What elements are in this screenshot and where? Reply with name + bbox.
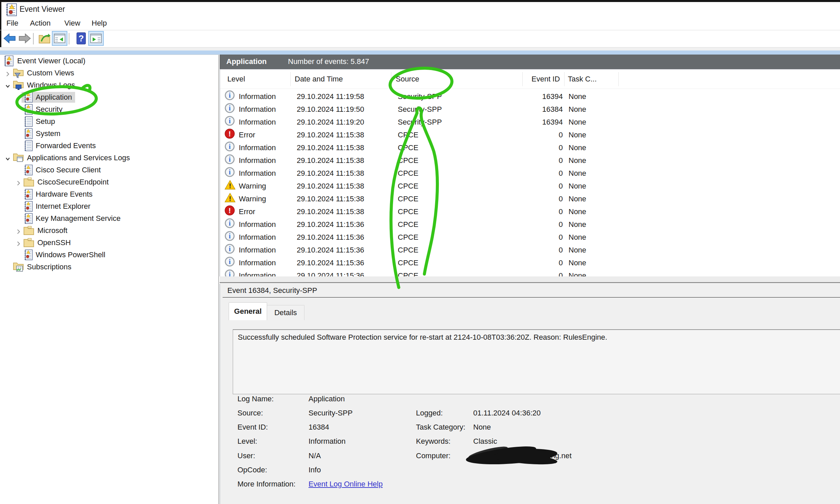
tree-item-internet-explorer[interactable]: Internet Explorer bbox=[0, 201, 218, 213]
event-task-category: None bbox=[569, 116, 586, 129]
menu-help[interactable]: Help bbox=[92, 18, 107, 28]
event-datetime: 29.10.2024 11:19:20 bbox=[297, 116, 364, 129]
tree-entry: Event Viewer (Local) bbox=[1, 56, 89, 66]
event-row[interactable]: iInformation29.10.2024 11:15:36CPCE0None bbox=[220, 244, 840, 256]
event-row[interactable]: iInformation29.10.2024 11:15:36CPCE0None bbox=[220, 256, 840, 269]
column-separator[interactable] bbox=[522, 72, 523, 86]
column-header-source[interactable]: Source bbox=[396, 69, 419, 89]
event-row[interactable]: iInformation29.10.2024 11:15:36CPCE0None bbox=[220, 269, 840, 277]
column-separator[interactable] bbox=[564, 72, 565, 86]
tree-item-applications-and-services-logs[interactable]: Applications and Services Logs bbox=[0, 152, 218, 164]
header-underline bbox=[220, 89, 840, 89]
show-hide-action-pane-button[interactable] bbox=[88, 31, 104, 46]
event-row[interactable]: !Error29.10.2024 11:15:38CPCE0None bbox=[220, 205, 840, 218]
svg-text:?: ? bbox=[78, 33, 84, 43]
event-row[interactable]: !Warning29.10.2024 11:15:38CPCE0None bbox=[220, 193, 840, 205]
tree-item-subscriptions[interactable]: Subscriptions bbox=[0, 261, 218, 273]
info-icon: i bbox=[225, 269, 235, 277]
open-saved-log-button[interactable] bbox=[37, 31, 53, 46]
tree-item-cisco-secure-client[interactable]: Cisco Secure Client bbox=[0, 164, 218, 176]
chevron-right-icon[interactable] bbox=[16, 228, 21, 234]
tree-item-microsoft[interactable]: Microsoft bbox=[0, 225, 218, 237]
column-header-level[interactable]: Level bbox=[227, 69, 245, 89]
log-summary-bar: Application Number of events: 5.847 bbox=[220, 55, 840, 69]
tree-item-forwarded-events[interactable]: Forwarded Events bbox=[0, 140, 218, 152]
tree-item-setup[interactable]: Setup bbox=[0, 116, 218, 128]
tab-general[interactable]: General bbox=[229, 302, 267, 320]
column-separator[interactable] bbox=[290, 72, 291, 86]
event-id: 0 bbox=[496, 205, 563, 218]
chevron-right-icon[interactable] bbox=[5, 70, 11, 76]
event-source: CPCE bbox=[398, 193, 418, 205]
forward-button[interactable] bbox=[17, 31, 32, 46]
chevron-down-icon[interactable] bbox=[5, 155, 11, 161]
chevron-right-icon[interactable] bbox=[16, 179, 21, 185]
event-id: 0 bbox=[496, 218, 563, 231]
column-separator[interactable] bbox=[619, 72, 619, 86]
event-row[interactable]: iInformation29.10.2024 11:15:36CPCE0None bbox=[220, 231, 840, 244]
folder-import-icon bbox=[38, 33, 51, 44]
chevron-right-icon[interactable] bbox=[16, 240, 21, 246]
tree-item-openssh[interactable]: OpenSSH bbox=[0, 237, 218, 249]
menu-action[interactable]: Action bbox=[30, 18, 51, 28]
event-log-online-help-link[interactable]: Event Log Online Help bbox=[308, 479, 382, 489]
field-label: Computer: bbox=[416, 451, 451, 461]
tree-item-key-management-service[interactable]: Key Management Service bbox=[0, 213, 218, 225]
tree-item-label: Hardware Events bbox=[36, 190, 93, 199]
event-description-box[interactable]: Successfully scheduled Software Protecti… bbox=[233, 329, 840, 394]
column-header-task-c-[interactable]: Task C... bbox=[568, 69, 597, 89]
tree-entry: CiscoSecureEndpoint bbox=[21, 177, 112, 187]
tree-item-windows-powershell[interactable]: Windows PowerShell bbox=[0, 249, 218, 261]
tree-item-event-viewer-local-[interactable]: Event Viewer (Local) bbox=[0, 55, 218, 67]
tree-entry: Cisco Secure Client bbox=[21, 165, 104, 175]
event-datetime: 29.10.2024 11:15:36 bbox=[297, 244, 364, 256]
info-icon: i bbox=[225, 116, 235, 126]
column-header-date-and-time[interactable]: Date and Time bbox=[295, 69, 343, 89]
event-row[interactable]: iInformation29.10.2024 11:15:38CPCE0None bbox=[220, 167, 840, 180]
event-task-category: None bbox=[569, 244, 586, 256]
event-datetime: 29.10.2024 11:15:38 bbox=[297, 193, 364, 205]
event-row[interactable]: iInformation29.10.2024 11:15:38CPCE0None bbox=[220, 141, 840, 154]
tree-item-hardware-events[interactable]: Hardware Events bbox=[0, 188, 218, 201]
event-id: 0 bbox=[496, 167, 563, 180]
column-separator[interactable] bbox=[391, 72, 391, 86]
tree-item-ciscosecureendpoint[interactable]: CiscoSecureEndpoint bbox=[0, 176, 218, 188]
event-row[interactable]: iInformation29.10.2024 11:19:58Security-… bbox=[220, 90, 840, 103]
chevron-down-icon[interactable] bbox=[5, 83, 11, 89]
log-icon bbox=[23, 165, 33, 175]
tab-details[interactable]: Details bbox=[267, 305, 304, 320]
horizontal-splitter[interactable] bbox=[220, 276, 840, 284]
back-button[interactable] bbox=[2, 31, 18, 46]
tree-entry: Key Management Service bbox=[21, 213, 124, 224]
event-row[interactable]: iInformation29.10.2024 11:19:50Security-… bbox=[220, 103, 840, 116]
chevron-down-icon bbox=[5, 83, 11, 89]
tree-item-system[interactable]: System bbox=[0, 128, 218, 140]
info-icon: i bbox=[225, 90, 235, 100]
event-source: CPCE bbox=[398, 256, 418, 269]
tree-item-security[interactable]: Security bbox=[0, 104, 218, 116]
menu-file[interactable]: File bbox=[6, 18, 18, 28]
menu-view[interactable]: View bbox=[64, 18, 80, 28]
tree-item-application[interactable]: Application bbox=[0, 92, 218, 104]
event-row[interactable]: !Error29.10.2024 11:15:38CPCE0None bbox=[220, 129, 840, 141]
event-row[interactable]: iInformation29.10.2024 11:15:36CPCE0None bbox=[220, 218, 840, 231]
event-row[interactable]: iInformation29.10.2024 11:15:38CPCE0None bbox=[220, 154, 840, 167]
show-hide-console-tree-button[interactable] bbox=[52, 31, 67, 46]
event-level: Warning bbox=[239, 193, 266, 205]
event-row[interactable]: !Warning29.10.2024 11:15:38CPCE0None bbox=[220, 180, 840, 193]
toolbar-separator bbox=[33, 33, 34, 44]
column-header-event-id[interactable]: Event ID bbox=[532, 69, 560, 89]
chevron-right-icon bbox=[16, 180, 21, 186]
toolbar-separator bbox=[69, 33, 69, 44]
event-source: CPCE bbox=[398, 244, 418, 256]
event-level: Information bbox=[239, 116, 276, 129]
event-source: CPCE bbox=[398, 167, 418, 180]
help-button[interactable]: ? bbox=[73, 31, 89, 46]
log-summary-title: Application bbox=[226, 57, 267, 66]
event-task-category: None bbox=[569, 256, 586, 269]
tree-item-windows-logs[interactable]: Windows Logs bbox=[0, 79, 218, 92]
event-row[interactable]: iInformation29.10.2024 11:19:20Security-… bbox=[220, 116, 840, 129]
tree-item-label: Microsoft bbox=[37, 226, 67, 235]
event-datetime: 29.10.2024 11:15:38 bbox=[297, 180, 364, 193]
tree-item-custom-views[interactable]: Custom Views bbox=[0, 67, 218, 79]
